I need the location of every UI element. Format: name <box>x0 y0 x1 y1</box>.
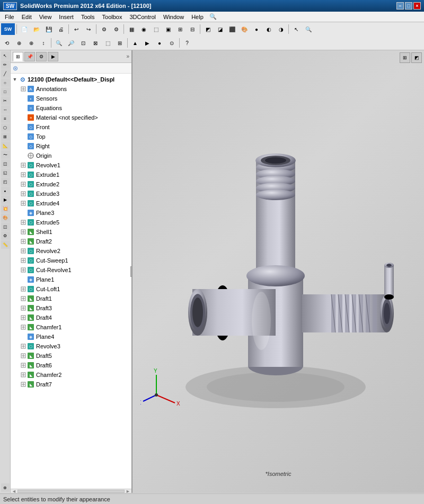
lt-feature[interactable]: ⬡ <box>1 123 10 132</box>
lt-assembly[interactable]: ⊞ <box>1 132 10 141</box>
tree-item-plane3[interactable]: ◈Plane3 <box>11 208 131 218</box>
lt-sheet[interactable]: ◱ <box>1 168 10 177</box>
tree-item-draft5[interactable]: ◣Draft5 <box>11 351 131 361</box>
tree-item-extrude1[interactable]: ⬡Extrude1 <box>11 170 131 179</box>
tree-item-front[interactable]: ◇Front <box>11 122 131 132</box>
tree-item-chamfer2[interactable]: ◣Chamfer2 <box>11 370 131 380</box>
tree-item-revolve1[interactable]: ⬡Revolve1 <box>11 160 131 170</box>
lt-appearance[interactable]: 🎨 <box>1 213 10 222</box>
zoom-btn[interactable]: 🔍 <box>303 23 314 35</box>
viewport[interactable]: ⊞ ◩ <box>132 50 424 493</box>
tree-item-cutrevolve1[interactable]: ⬡Cut-Revolve1 <box>11 265 131 275</box>
tree-item-top[interactable]: ◇Top <box>11 132 131 141</box>
menu-window[interactable]: Window <box>160 13 188 21</box>
menu-edit[interactable]: Edit <box>18 13 36 21</box>
new-button[interactable]: 📄 <box>19 23 30 35</box>
lt-expand[interactable]: ⊕ <box>1 483 10 492</box>
scroll-left-btn[interactable]: ◄ <box>11 489 17 493</box>
feature-tree[interactable]: ▼ ⊙ 12100 (Default<<Default>_Displ AAnno… <box>11 74 131 489</box>
tree-item-shell1[interactable]: ◣Shell1 <box>11 227 131 237</box>
lt-motion[interactable]: ▶ <box>1 195 10 204</box>
menu-tools[interactable]: Tools <box>77 13 99 21</box>
tb-btn-5[interactable]: ▦ <box>126 23 137 35</box>
tree-item-chamfer1[interactable]: ◣Chamfer1 <box>11 322 131 332</box>
tree-item-plane1[interactable]: ◈Plane1 <box>11 275 131 284</box>
tb-btn-15[interactable]: ● <box>251 23 262 35</box>
tree-item-draft1[interactable]: ◣Draft1 <box>11 294 131 303</box>
menu-file[interactable]: File <box>1 13 18 21</box>
tree-item-draft2[interactable]: ◣Draft2 <box>11 237 131 246</box>
scroll-right-btn[interactable]: ► <box>125 489 131 493</box>
tree-item-equations[interactable]: =Equations <box>11 103 131 113</box>
rebuild-button[interactable]: ⚙ <box>98 23 110 35</box>
tb2-btn-2[interactable]: ⊕ <box>13 37 25 49</box>
undo-button[interactable]: ↩ <box>70 23 82 35</box>
tree-item-extrude3[interactable]: ⬡Extrude3 <box>11 189 131 199</box>
tb-btn-10[interactable]: ⊟ <box>187 23 198 35</box>
sw-home-button[interactable]: SW <box>1 23 15 35</box>
tb2-btn-4[interactable]: ↕ <box>38 37 49 49</box>
lt-sketch[interactable]: ✏ <box>1 60 10 69</box>
open-button[interactable]: 📂 <box>31 23 42 35</box>
lt-line[interactable]: ╱ <box>1 69 10 78</box>
tree-item-plane4[interactable]: ◈Plane4 <box>11 332 131 341</box>
tb2-btn-6[interactable]: 🔎 <box>65 37 77 49</box>
tb2-btn-3[interactable]: ⊕ <box>25 37 37 49</box>
tree-item-revolve2[interactable]: ⬡Revolve2 <box>11 246 131 256</box>
panel-tab-dm[interactable]: ▶ <box>48 52 58 61</box>
panel-tab-config[interactable]: ⚙ <box>36 52 47 61</box>
panel-tab-prop[interactable]: 📌 <box>24 52 35 61</box>
tb-btn-14[interactable]: 🎨 <box>238 23 250 35</box>
maximize-button[interactable]: □ <box>405 2 412 10</box>
tree-item-sensors[interactable]: •Sensors <box>11 94 131 103</box>
tb-btn-7[interactable]: ⬚ <box>150 23 162 35</box>
redo-button[interactable]: ↪ <box>83 23 94 35</box>
tree-item-origin[interactable]: Origin <box>11 151 131 160</box>
tb-btn-16[interactable]: ◐ <box>263 23 275 35</box>
menu-help[interactable]: Help <box>188 13 207 21</box>
lt-drawing[interactable]: 📐 <box>1 141 10 150</box>
tb-btn-11[interactable]: ◩ <box>202 23 214 35</box>
tree-item-draft4[interactable]: ◣Draft4 <box>11 313 131 322</box>
lt-circle[interactable]: ○ <box>1 78 10 87</box>
tree-item-draft3[interactable]: ◣Draft3 <box>11 303 131 313</box>
tb2-btn-14[interactable]: ⊙ <box>166 37 178 49</box>
tree-item-extrude2[interactable]: ⬡Extrude2 <box>11 179 131 189</box>
tb2-btn-8[interactable]: ⊠ <box>90 37 101 49</box>
panel-tab-tree[interactable]: ⊞ <box>13 52 23 61</box>
tb-btn-17[interactable]: ◑ <box>275 23 287 35</box>
cursor-btn[interactable]: ↖ <box>290 23 302 35</box>
lt-measure[interactable]: 📏 <box>1 240 10 249</box>
tb2-btn-7[interactable]: ⊡ <box>77 37 89 49</box>
tb-btn-6[interactable]: ◉ <box>138 23 149 35</box>
minimize-button[interactable]: − <box>396 2 404 10</box>
lt-select[interactable]: ↖ <box>1 51 10 60</box>
lt-explode[interactable]: 💥 <box>1 204 10 213</box>
tree-item-material[interactable]: ≡Material <not specified> <box>11 113 131 122</box>
lt-macro[interactable]: ⚙ <box>1 231 10 240</box>
tb-btn-12[interactable]: ◪ <box>214 23 226 35</box>
close-button[interactable]: × <box>413 2 421 10</box>
lt-freeform[interactable]: 〜 <box>1 150 10 159</box>
tree-item-draft6[interactable]: ◣Draft6 <box>11 361 131 370</box>
tb2-btn-5[interactable]: 🔍 <box>53 37 65 49</box>
tb-btn-8[interactable]: ▣ <box>162 23 174 35</box>
lt-weld[interactable]: ⬥ <box>1 186 10 195</box>
lt-mold[interactable]: ◰ <box>1 177 10 186</box>
tree-item-revolve3[interactable]: ⬡Revolve3 <box>11 341 131 351</box>
tb2-btn-12[interactable]: ▶ <box>142 37 153 49</box>
tb2-btn-13[interactable]: ● <box>154 37 165 49</box>
tree-item-cutsweep1[interactable]: ⬡Cut-Sweep1 <box>11 256 131 265</box>
tree-item-extrude4[interactable]: ⬡Extrude4 <box>11 199 131 208</box>
tb2-btn-11[interactable]: ▲ <box>129 37 141 49</box>
tb-btn-13[interactable]: ⬛ <box>226 23 238 35</box>
lt-layers[interactable]: ◫ <box>1 222 10 231</box>
panel-expand-icon[interactable]: » <box>126 53 129 59</box>
lt-relation[interactable]: ≡ <box>1 114 10 123</box>
tb2-question[interactable]: ? <box>181 37 193 49</box>
lt-trim[interactable]: ✂ <box>1 96 10 105</box>
tree-root[interactable]: ▼ ⊙ 12100 (Default<<Default>_Displ <box>11 75 131 84</box>
tb2-btn-9[interactable]: ⬚ <box>102 37 113 49</box>
menu-toolbox[interactable]: Toolbox <box>99 13 126 21</box>
tb2-btn-1[interactable]: ⟲ <box>1 37 13 49</box>
